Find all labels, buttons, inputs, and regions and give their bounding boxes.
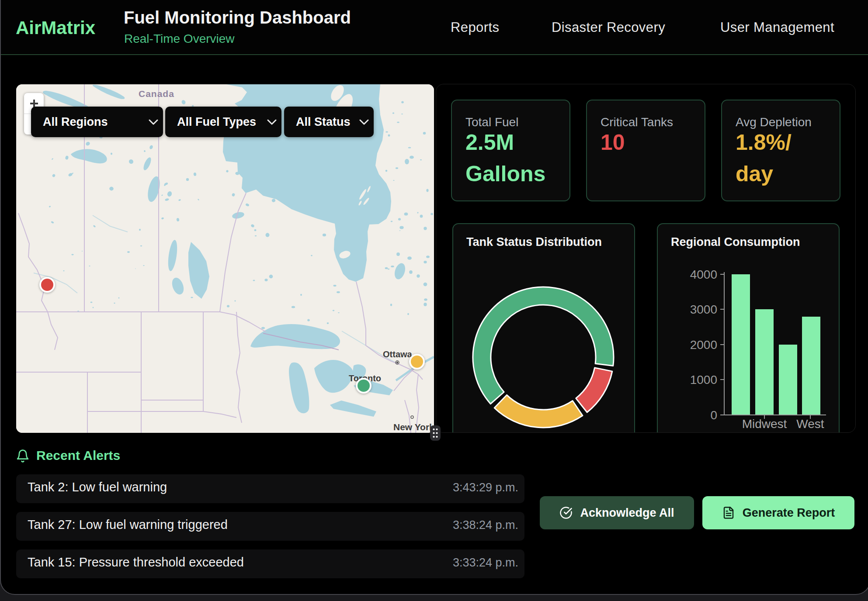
svg-text:New York: New York xyxy=(393,422,434,432)
svg-text:0: 0 xyxy=(710,408,717,422)
svg-text:4000: 4000 xyxy=(690,268,717,281)
svg-text:1000: 1000 xyxy=(690,373,717,387)
svg-text:3000: 3000 xyxy=(690,303,717,316)
svg-text:2000: 2000 xyxy=(690,338,717,352)
svg-text:Midwest: Midwest xyxy=(742,417,787,431)
svg-text:Ottawa: Ottawa xyxy=(383,349,413,359)
svg-text:Canada: Canada xyxy=(139,89,174,99)
svg-text:West: West xyxy=(796,417,824,431)
